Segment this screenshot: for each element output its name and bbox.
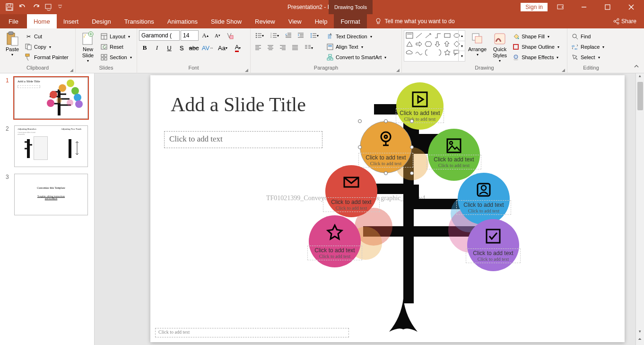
tab-design[interactable]: Design [85,14,117,28]
thumbnail-3-preview[interactable]: Customize this Template Template editing… [14,174,88,215]
thumbnail-2-preview[interactable]: Adjusting Branches Adjusting Tree Trunk … [14,125,88,167]
tell-me-search[interactable]: Tell me what you want to do [367,14,462,28]
arrange-button[interactable]: Arrange▾ [465,30,489,58]
prev-slide-icon[interactable]: ⏶ [636,336,644,341]
slide-thumbnails-panel[interactable]: 1 Add a Slide Title 2 [0,73,95,345]
circle-text-placeholder[interactable]: Click to add text Click to add text [456,200,511,215]
dialog-launcher-icon[interactable]: ◢ [70,68,73,72]
redo-icon[interactable] [30,1,42,13]
paste-button[interactable]: Paste ▾ [2,30,23,58]
shapes-gallery[interactable]: ▴ ▾ ▾ [404,30,465,62]
underline-icon[interactable]: U [164,43,175,53]
customize-qat-icon[interactable] [57,1,63,13]
bullets-icon[interactable]: ▾ [252,30,267,41]
copy-button[interactable]: Copy▾ [23,42,70,52]
ribbon-display-options-icon[interactable] [549,0,571,14]
start-from-beginning-icon[interactable] [44,1,55,13]
quick-styles-button[interactable]: Quick Styles▾ [489,30,510,64]
tab-home[interactable]: Home [27,14,57,28]
gallery-more-icon[interactable]: ▾ [459,51,465,61]
circle-person[interactable] [458,173,510,225]
numbering-icon[interactable]: 123▾ [268,30,282,41]
change-case-icon[interactable]: Aa▾ [216,43,230,53]
find-button[interactable]: Find [569,31,606,42]
tab-animations[interactable]: Animations [161,14,204,28]
bold-icon[interactable]: B [139,43,150,53]
tab-insert[interactable]: Insert [57,14,86,28]
tab-help[interactable]: Help [308,14,334,28]
thumbnail-3[interactable]: 3 Customize this Template Template editi… [6,174,88,215]
tab-slideshow[interactable]: Slide Show [204,14,248,28]
font-size-combo[interactable] [181,30,199,41]
scroll-up-icon[interactable]: ▴ [636,73,644,81]
minimize-icon[interactable] [573,0,595,14]
tab-transitions[interactable]: Transitions [118,14,161,28]
share-button[interactable]: Share [605,14,644,28]
replace-button[interactable]: abacReplace▾ [569,42,606,52]
thumbnail-1-preview[interactable]: Add a Slide Title [14,77,88,119]
dialog-launcher-icon[interactable]: ◢ [562,68,565,72]
resize-handle[interactable] [384,171,388,175]
resize-handle[interactable] [410,119,414,123]
align-text-button[interactable]: Align Text▾ [324,42,388,52]
align-center-icon[interactable] [265,43,276,53]
circle-text-placeholder[interactable]: Click to add text Click to add text [358,153,413,168]
reset-button[interactable]: Reset [98,42,134,52]
gallery-down-icon[interactable]: ▾ [459,41,465,51]
tab-review[interactable]: Review [248,14,282,28]
clear-formatting-icon[interactable] [224,30,235,41]
justify-icon[interactable] [289,43,301,53]
shadow-icon[interactable]: S [176,43,187,53]
shape-effects-button[interactable]: Shape Effects▾ [510,52,561,62]
collapse-ribbon-icon[interactable] [634,63,641,71]
shape-fill-button[interactable]: Shape Fill▾ [510,31,561,42]
slide-footer-placeholder[interactable]: Click to add text [155,328,349,337]
font-name-combo[interactable] [139,30,180,41]
tab-format[interactable]: Format [334,14,366,28]
align-left-icon[interactable] [252,43,264,53]
new-slide-button[interactable]: New Slide ▾ [78,30,98,64]
circle-text-placeholder[interactable]: Click to add text Click to add text [396,108,444,123]
circle-check[interactable] [467,219,519,271]
thumbnail-2[interactable]: 2 Adjusting Branches Adjusting Tree Trun… [6,125,88,167]
vertical-scrollbar[interactable]: ▴ ▾ ⏶ ⏷ [635,73,644,345]
circle-text-placeholder[interactable]: Click to add text Click to add text [426,155,481,169]
thumbnail-1[interactable]: 1 Add a Slide Title [6,77,88,119]
slide[interactable]: Add a Slide Title Click to add text Clic… [150,75,625,342]
save-icon[interactable] [4,1,15,13]
scroll-down-icon[interactable]: ▾ [636,329,644,334]
italic-icon[interactable]: I [151,43,163,53]
dialog-launcher-icon[interactable]: ◢ [245,68,248,72]
resize-handle[interactable] [358,119,362,123]
resize-handle[interactable] [410,171,414,175]
tab-file[interactable]: File [0,14,27,28]
text-direction-button[interactable]: |||AText Direction▾ [324,31,388,42]
resize-handle[interactable] [384,119,388,123]
decrease-font-icon[interactable]: A▾ [212,30,223,41]
section-button[interactable]: Section▾ [98,52,134,62]
font-color-icon[interactable]: A▾ [231,43,245,53]
increase-indent-icon[interactable] [295,30,306,41]
dialog-launcher-icon[interactable]: ◢ [396,68,400,72]
strikethrough-icon[interactable]: abc [188,43,200,53]
gallery-up-icon[interactable]: ▴ [459,31,465,41]
scrollbar-thumb[interactable] [637,82,643,110]
cut-button[interactable]: ✂Cut [23,31,70,42]
circle-text-placeholder[interactable]: Click to add text Click to add text [307,246,362,260]
undo-icon[interactable] [17,1,28,13]
tab-view[interactable]: View [282,14,308,28]
close-icon[interactable] [620,0,642,14]
circle-text-placeholder[interactable]: Click to add text Click to add text [466,248,521,263]
slide-canvas-area[interactable]: Add a Slide Title Click to add text Clic… [95,73,644,345]
shape-outline-button[interactable]: Shape Outline▾ [510,42,561,52]
select-button[interactable]: Select▾ [569,52,606,62]
slide-title-placeholder[interactable]: Add a Slide Title [171,93,306,116]
align-right-icon[interactable] [277,43,288,53]
resize-handle[interactable] [358,145,362,149]
maximize-icon[interactable] [597,0,618,14]
format-painter-button[interactable]: Format Painter [23,52,70,62]
signin-button[interactable]: Sign in [521,3,548,11]
char-spacing-icon[interactable]: AV↔ [200,43,215,53]
line-spacing-icon[interactable]: ▾ [307,30,322,41]
layout-button[interactable]: Layout▾ [98,31,134,42]
